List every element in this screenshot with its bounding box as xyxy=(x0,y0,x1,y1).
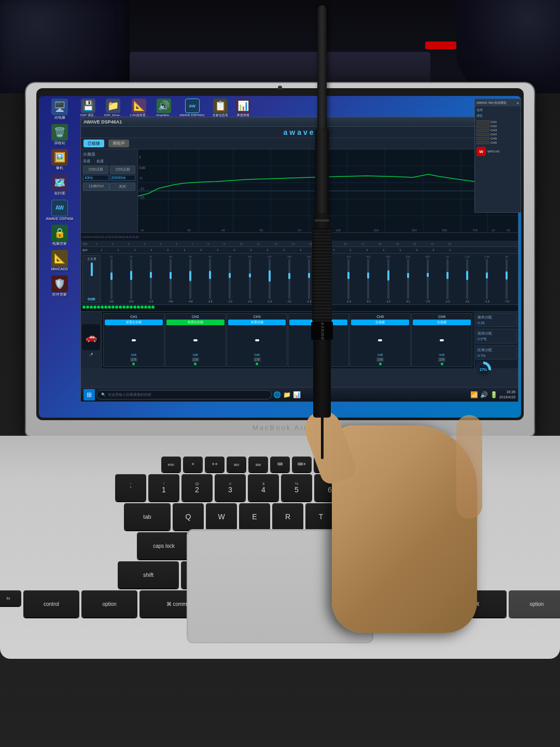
ch6-name[interactable]: 右低频 xyxy=(413,320,471,325)
ch2-name[interactable]: 前置右全频 xyxy=(166,320,225,325)
ch1-name[interactable]: 前置左全频 xyxy=(105,320,163,325)
key-f10[interactable]: 🔇 xyxy=(379,457,399,472)
key-f5[interactable]: ⌨ xyxy=(270,457,290,472)
key-1[interactable]: !1 xyxy=(148,474,179,501)
desktop-icon-recycle[interactable]: 🗑️ 回收站 xyxy=(41,124,78,145)
key-f7[interactable]: ⏮ xyxy=(314,457,333,472)
key-8[interactable]: *8 xyxy=(381,474,412,501)
key-control[interactable]: control xyxy=(23,590,79,617)
key-esc[interactable]: esc xyxy=(161,457,181,472)
desktop-icon-pc[interactable]: 🖥️ 此电脑 xyxy=(41,99,78,120)
key-u[interactable]: U xyxy=(372,503,403,530)
key-6[interactable]: ^6 xyxy=(314,474,345,501)
key-option-right[interactable]: option xyxy=(509,590,560,617)
ch4-name[interactable]: 前置左全频 xyxy=(289,320,347,325)
phase-btn[interactable]: 关闭 xyxy=(109,183,136,191)
key-3[interactable]: #3 xyxy=(215,474,246,501)
key-shift-left[interactable]: shift xyxy=(118,561,179,588)
icon-awave-dsp46a1[interactable]: AW AWAVE DSP46A1 xyxy=(179,99,205,117)
key-2[interactable]: @2 xyxy=(181,474,213,501)
icon-support[interactable]: 📋 支参信息表 xyxy=(213,99,228,117)
key-5[interactable]: %5 xyxy=(281,474,312,501)
taskbar-app1-icon[interactable]: 📊 xyxy=(293,391,301,398)
band-17-slider[interactable] xyxy=(427,259,429,299)
key-m[interactable]: M xyxy=(380,561,411,588)
key-4[interactable]: $4 xyxy=(248,474,279,501)
slope-btn[interactable]: 12dB/Oct xyxy=(83,183,109,191)
key-fn[interactable]: fn xyxy=(0,590,21,606)
band-2-slider[interactable] xyxy=(130,259,132,299)
key-j[interactable]: J xyxy=(393,532,424,559)
key-command-right[interactable]: command ⌘ xyxy=(424,590,507,617)
band-5-slider[interactable] xyxy=(189,259,191,299)
desktop-icon-homecare[interactable]: 🔒 电脑管家 xyxy=(41,225,78,246)
start-button[interactable]: ⊞ xyxy=(83,389,95,400)
key-f9[interactable]: ⏭ xyxy=(357,457,377,472)
band-20-slider[interactable] xyxy=(486,259,488,299)
ch3-mode[interactable]: 正常 xyxy=(254,357,261,362)
band-10-slider[interactable] xyxy=(288,259,290,299)
eq-graph[interactable]: 5 0dB -5 -10 -15 20 30 40 50 70 100 xyxy=(138,149,518,232)
band-16-slider[interactable] xyxy=(407,259,409,299)
taskbar-ie-icon[interactable]: 🌐 xyxy=(273,391,281,398)
key-tab[interactable]: tab xyxy=(124,503,171,530)
key-r[interactable]: R xyxy=(272,503,303,530)
win2-close[interactable]: ✕ xyxy=(516,101,519,105)
desktop-icon-photo[interactable]: 🖼️ 像机 xyxy=(41,149,78,170)
key-f6[interactable]: ⌨☀ xyxy=(292,457,312,472)
key-capslock[interactable]: caps lock xyxy=(137,532,191,559)
band-6-slider[interactable] xyxy=(209,259,211,299)
key-9[interactable]: (9 xyxy=(414,474,445,501)
desktop-icon-awave[interactable]: AW AWAVE DSP46A xyxy=(41,200,78,221)
touchpad[interactable] xyxy=(187,529,373,643)
key-f2[interactable]: ☀☀ xyxy=(205,457,225,472)
band-19-slider[interactable] xyxy=(466,259,468,299)
icon-dsp-drive2[interactable]: 📁 DSP_Drive... xyxy=(104,99,122,117)
key-t[interactable]: T xyxy=(305,503,337,530)
band-14-slider[interactable] xyxy=(367,259,369,299)
key-w[interactable]: W xyxy=(206,503,237,530)
key-comma[interactable]: <, xyxy=(413,561,442,588)
ch1-mode[interactable]: 正常 xyxy=(130,357,137,362)
band-21-slider[interactable] xyxy=(506,259,508,299)
key-f1[interactable]: ☀ xyxy=(183,457,203,472)
key-i[interactable]: I xyxy=(405,503,436,530)
ch6-mode[interactable]: 正常 xyxy=(438,357,445,362)
taskbar-search[interactable]: 🔍 在这里输入你要搜索的内容 xyxy=(96,390,272,399)
freq-high-input[interactable]: 20000Hz xyxy=(110,175,136,181)
ch5-name[interactable]: 右低频 xyxy=(351,320,409,325)
band-9-slider[interactable] xyxy=(269,259,271,299)
ch2-mode[interactable]: 正常 xyxy=(192,357,199,362)
key-f8[interactable]: ⏯ xyxy=(335,457,355,472)
band-11-slider[interactable] xyxy=(308,259,310,299)
band-8-slider[interactable] xyxy=(249,259,251,299)
band-7-slider[interactable] xyxy=(229,259,231,299)
key-y[interactable]: Y xyxy=(339,503,370,530)
band-4-slider[interactable] xyxy=(170,259,172,299)
ch4-mode[interactable]: 正常 xyxy=(315,357,322,362)
freq-low-input[interactable]: 40Hz xyxy=(83,175,109,181)
ch5-mode[interactable]: 正常 xyxy=(376,357,384,362)
key-e[interactable]: E xyxy=(239,503,270,530)
master-volume-slider[interactable] xyxy=(91,262,93,296)
key-f3[interactable]: ⊞⊟ xyxy=(227,457,246,472)
taskbar-folder-icon[interactable]: 📁 xyxy=(283,391,291,398)
level-button[interactable]: 周电平 xyxy=(108,140,129,147)
band-12-slider[interactable] xyxy=(328,259,330,299)
icon-amphibio[interactable]: 🔊 Amphibio... xyxy=(156,99,172,117)
icon-freq-table[interactable]: 📊 希据表格 xyxy=(236,99,250,117)
key-option-left[interactable]: option xyxy=(81,590,137,617)
key-f4[interactable]: ⊞⊞ xyxy=(248,457,268,472)
desktop-icon-minicadd[interactable]: 📐 MiniCADD xyxy=(41,250,78,271)
icon-dsp-drive[interactable]: 💾 DSP 调音... xyxy=(80,99,96,117)
connected-button[interactable]: 已链接 xyxy=(83,140,104,147)
key-tilde[interactable]: ~` xyxy=(115,474,146,501)
band-15-slider[interactable] xyxy=(387,259,389,299)
band-18-slider[interactable] xyxy=(446,259,449,299)
filter-btn-lowpass[interactable]: 巴特沃斯 xyxy=(110,165,135,174)
key-q[interactable]: Q xyxy=(173,503,204,530)
icon-cad[interactable]: 📐 CAD连络置... xyxy=(130,99,149,117)
ch3-name[interactable]: 前置全频 xyxy=(228,320,286,325)
key-7[interactable]: &7 xyxy=(347,474,379,501)
desktop-icon-software[interactable]: 🛡️ 软件管家 xyxy=(41,275,78,297)
